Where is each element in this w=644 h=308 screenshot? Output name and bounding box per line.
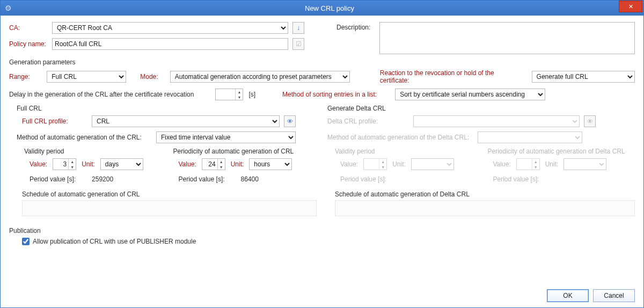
policy-name-label: Policy name: bbox=[9, 40, 52, 48]
delta-period-spinner: ▲▼ bbox=[516, 158, 540, 170]
sort-method-select[interactable]: Sort by certificate serial numbers ascen… bbox=[395, 89, 545, 100]
schedule-full-label: Schedule of automatic generation of CRL bbox=[22, 190, 317, 198]
full-validity-unit-label: Unit: bbox=[82, 160, 95, 168]
delta-period-unit-select bbox=[564, 158, 606, 170]
delta-crl-section: Generate Delta CRL Delta CRL profile: 👁 … bbox=[327, 105, 635, 216]
full-validity-value-input[interactable] bbox=[53, 159, 68, 170]
delta-validity-title: Validity period bbox=[335, 148, 482, 155]
full-crl-profile-label: Full CRL profile: bbox=[22, 118, 92, 125]
ca-import-button[interactable]: ↓ bbox=[292, 22, 304, 34]
dialog-footer: OK Cancel bbox=[547, 289, 635, 302]
schedule-delta-label: Schedule of automatic generation of Delt… bbox=[335, 190, 635, 198]
down-arrow-icon: ↓ bbox=[297, 24, 300, 32]
delay-label: Delay in the generation of the CRL after… bbox=[9, 91, 194, 98]
full-period-value-input[interactable] bbox=[202, 159, 217, 170]
delta-validity-value-label: Value: bbox=[340, 160, 358, 168]
range-select[interactable]: Full CRL bbox=[47, 71, 126, 83]
delta-profile-view-button: 👁 bbox=[584, 115, 596, 127]
delta-period-value-input bbox=[517, 159, 532, 170]
delay-spinner[interactable]: ▲▼ bbox=[215, 89, 243, 100]
full-crl-profile-select[interactable]: CRL bbox=[92, 115, 280, 127]
full-crl-section: Full CRL Full CRL profile: CRL 👁 Method … bbox=[9, 105, 317, 216]
ca-label: CA: bbox=[9, 24, 52, 32]
delta-validity-seconds-label: Period value [s]: bbox=[340, 175, 386, 183]
delay-unit-label: [s] bbox=[248, 91, 255, 98]
eye-icon: 👁 bbox=[287, 118, 293, 124]
delta-validity-spinner: ▲▼ bbox=[363, 158, 387, 170]
titlebar: ⚙ New CRL policy ✕ bbox=[1, 1, 643, 16]
mode-label: Mode: bbox=[140, 73, 161, 80]
full-period-unit-select[interactable]: hours bbox=[249, 158, 292, 170]
app-icon: ⚙ bbox=[1, 1, 16, 16]
auto-gen-method-select[interactable]: Fixed time interval value bbox=[156, 131, 296, 143]
delay-input[interactable] bbox=[216, 89, 235, 100]
allow-publication-checkbox[interactable] bbox=[22, 238, 30, 245]
delta-period-seconds-label: Period value [s]: bbox=[493, 175, 539, 183]
delta-profile-select bbox=[413, 115, 580, 127]
generation-parameters-title: Generation parameters bbox=[9, 58, 635, 66]
dialog-body: CA: QR-CERT Root CA ↓ Policy name: ☑ Des… bbox=[1, 16, 643, 307]
full-period-seconds-label: Period value [s]: bbox=[179, 175, 225, 183]
ok-button[interactable]: OK bbox=[547, 289, 589, 302]
spinner-down-icon[interactable]: ▼ bbox=[236, 94, 243, 100]
sort-method-label: Method of sorting entries in a list: bbox=[282, 91, 377, 98]
delta-profile-label: Delta CRL profile: bbox=[327, 118, 413, 125]
close-icon[interactable]: ✕ bbox=[619, 1, 642, 12]
full-crl-profile-view-button[interactable]: 👁 bbox=[284, 115, 296, 127]
delta-period-value-label: Value: bbox=[493, 160, 511, 168]
delta-auto-gen-label: Method of automatic generation of the De… bbox=[327, 134, 478, 141]
ca-select[interactable]: QR-CERT Root CA bbox=[52, 22, 288, 34]
delta-periodicity-title: Periodicity of automatic generation of D… bbox=[488, 148, 635, 155]
delta-auto-gen-select bbox=[478, 131, 582, 143]
schedule-full-box bbox=[22, 200, 317, 216]
full-validity-seconds-value: 259200 bbox=[92, 175, 113, 183]
delta-period-unit-label: Unit: bbox=[545, 160, 559, 168]
spinner-up-icon[interactable]: ▲ bbox=[236, 89, 243, 94]
delta-validity-value-input bbox=[364, 159, 379, 170]
full-validity-unit-select[interactable]: days bbox=[100, 158, 143, 170]
range-label: Range: bbox=[9, 73, 38, 80]
dialog-window: ⚙ New CRL policy ✕ CA: QR-CERT Root CA ↓… bbox=[0, 0, 644, 308]
schedule-delta-box bbox=[335, 200, 635, 216]
full-period-value-label: Value: bbox=[179, 160, 196, 168]
policy-name-input[interactable] bbox=[52, 38, 288, 50]
full-period-spinner[interactable]: ▲▼ bbox=[202, 158, 225, 170]
delta-crl-title: Generate Delta CRL bbox=[327, 105, 635, 112]
full-validity-title: Validity period bbox=[24, 148, 168, 155]
allow-publication-label: Allow publication of CRL with use of PUB… bbox=[33, 238, 196, 245]
description-label: Description: bbox=[336, 22, 374, 54]
full-crl-title: Full CRL bbox=[9, 105, 317, 112]
description-textarea[interactable] bbox=[379, 22, 635, 54]
reaction-select[interactable]: Generate full CRL bbox=[532, 71, 635, 83]
delta-validity-unit-select bbox=[411, 158, 454, 170]
full-periodicity-title: Periodicity of automatic generation of C… bbox=[173, 148, 317, 155]
policy-name-checkbox[interactable]: ☑ bbox=[292, 38, 304, 50]
full-period-unit-label: Unit: bbox=[231, 160, 244, 168]
eye-icon: 👁 bbox=[587, 118, 593, 124]
publication-title: Publication bbox=[9, 227, 635, 234]
full-validity-value-label: Value: bbox=[30, 160, 47, 168]
reaction-label: Reaction to the revocation or hold of th… bbox=[380, 69, 523, 84]
delta-validity-unit-label: Unit: bbox=[392, 160, 406, 168]
cancel-button[interactable]: Cancel bbox=[593, 289, 635, 302]
full-validity-spinner[interactable]: ▲▼ bbox=[53, 158, 76, 170]
window-title: New CRL policy bbox=[16, 4, 643, 12]
mode-select[interactable]: Automatical generation according to pres… bbox=[170, 71, 350, 83]
auto-gen-method-label: Method of automatic generation of the CR… bbox=[17, 134, 156, 141]
full-period-seconds-value: 86400 bbox=[241, 175, 259, 183]
full-validity-seconds-label: Period value [s]: bbox=[30, 175, 76, 183]
